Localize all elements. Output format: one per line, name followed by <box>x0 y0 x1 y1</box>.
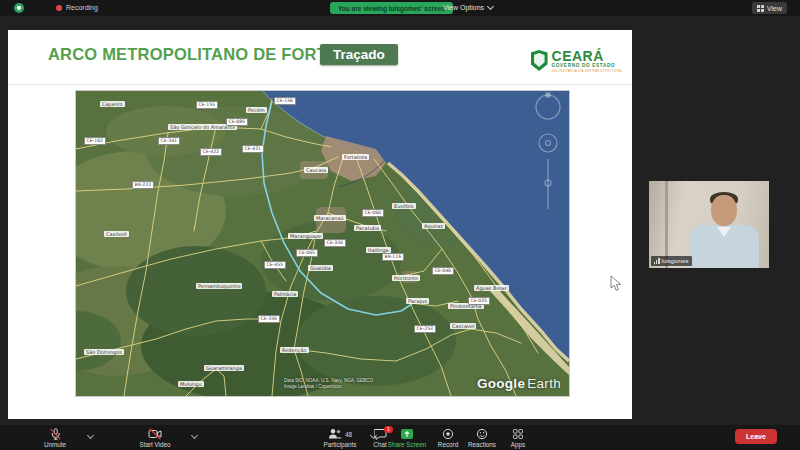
apps-button[interactable]: Apps <box>490 428 546 448</box>
map-attribution-line2: Image Landsat / Copernicus <box>284 384 373 390</box>
logo-title: CEARÁ <box>552 50 622 63</box>
ceara-shield-icon <box>531 50 548 71</box>
map-road-shield: CE-455 <box>264 261 286 269</box>
map-road-shield: CE-156 <box>274 97 296 105</box>
map-road-shield: CE-060 <box>362 209 384 217</box>
view-button-label: View <box>767 5 782 12</box>
unmute-label: Unmute <box>33 441 77 448</box>
background-doorframe <box>665 181 668 268</box>
map-city-label: Guaiúba <box>308 265 333 271</box>
recording-label: Recording <box>66 4 98 11</box>
meeting-top-bar: Recording You are viewing luisgomes' scr… <box>0 0 800 16</box>
map-city-label: Cascavel <box>450 323 476 329</box>
chevron-down-icon <box>487 3 494 10</box>
view-options-label: View Options <box>443 4 484 11</box>
map-road-shield: CE-356 <box>258 315 280 323</box>
map-city-label: Horizonte <box>392 275 420 281</box>
map-road-shield: CE-341 <box>158 137 180 145</box>
map-road-shield: BR-222 <box>132 181 154 189</box>
shared-presentation-slide: ARCO METROPOLITANO DE FORTALEZA Traçado … <box>8 30 632 419</box>
viewing-screen-banner: You are viewing luisgomes' screen <box>330 2 453 14</box>
audio-options-caret[interactable] <box>87 432 94 439</box>
map-city-label: Águas Belas <box>474 285 509 291</box>
view-options-button[interactable]: View Options <box>443 4 493 11</box>
map-road-shield: CE-155 <box>196 101 218 109</box>
map-city-label: Mulungu <box>178 381 204 387</box>
map-city-label: Pacajus <box>406 298 429 304</box>
map-road-shield: CE-025 <box>468 297 490 305</box>
google-earth-watermark-google: Google <box>477 376 525 391</box>
audio-level-icon <box>654 258 660 264</box>
logo-subtitle: GOVERNO DO ESTADO <box>552 63 622 68</box>
map-city-label: Caxitoré <box>104 231 129 237</box>
microphone-muted-icon <box>33 428 77 440</box>
map-road-shield: CE-040 <box>432 267 454 275</box>
map-attribution: Data SIO, NOAA, U.S. Navy, NGA, GEBCO Im… <box>284 378 373 390</box>
participant-name-chip: luisgomes <box>651 256 692 266</box>
map-road-shield: CE-422 <box>200 148 222 156</box>
map-road-shield: CE-085 <box>226 118 248 126</box>
map-terrain-graphic <box>76 91 569 396</box>
map-city-label: Maranguape <box>288 233 323 239</box>
map-city-label: Pernambuquinho <box>196 283 242 289</box>
participant-name: luisgomes <box>662 258 689 264</box>
map-city-label: Maracanaú <box>314 215 346 221</box>
map-city-label: Guaramiranga <box>204 365 244 371</box>
map-city-label: Fortaleza <box>342 154 369 160</box>
map-road-shield: CE-065 <box>296 249 318 257</box>
map-city-label: Eusébio <box>392 203 416 209</box>
apps-label: Apps <box>490 441 546 448</box>
viewing-screen-banner-text: You are viewing luisgomes' screen <box>338 5 445 12</box>
start-video-label: Start Video <box>127 441 183 448</box>
video-options-caret[interactable] <box>191 432 198 439</box>
start-video-button[interactable]: Start Video <box>127 428 183 448</box>
meeting-toolbar: Unmute Start Video 48 Partici <box>0 425 800 450</box>
camera-off-icon <box>127 428 183 440</box>
map-city-label: Aquiraz <box>422 223 445 229</box>
map-road-shield: BR-116 <box>382 253 404 261</box>
map-road-shield: CE-350 <box>324 239 346 247</box>
map-city-label: Pecém <box>246 107 267 113</box>
map-road-shield: CE-253 <box>414 325 436 333</box>
google-earth-watermark: GoogleEarth <box>477 376 561 391</box>
logo-tagline: SECRETARIA DA INFRAESTRUTURA <box>552 69 622 73</box>
header-divider <box>8 84 632 85</box>
encryption-shield-icon[interactable] <box>14 3 24 13</box>
ceara-government-logo: CEARÁ GOVERNO DO ESTADO SECRETARIA DA IN… <box>531 50 622 73</box>
map-city-label: Pacatuba <box>354 225 381 231</box>
unmute-button[interactable]: Unmute <box>33 428 77 448</box>
map-city-label: São Domingos <box>84 349 124 355</box>
participant-face <box>711 195 737 226</box>
map-city-label: Redenção <box>280 347 309 353</box>
participant-video-tile[interactable]: luisgomes <box>649 181 769 268</box>
google-earth-watermark-earth: Earth <box>527 376 561 391</box>
leave-button[interactable]: Leave <box>735 429 777 444</box>
mouse-cursor-icon <box>610 276 622 292</box>
map-city-label: Palmácia <box>272 291 298 297</box>
map-city-label: Caucaia <box>304 167 328 173</box>
map-city-label: Cajueiro <box>100 101 125 107</box>
participant-video-feed <box>649 181 769 268</box>
map-road-shield: CE-421 <box>242 145 264 153</box>
view-grid-icon <box>757 5 764 12</box>
google-earth-map[interactable]: Cajueiro São Gonçalo do Amarante Pecém C… <box>75 90 570 397</box>
view-button[interactable]: View <box>752 2 787 14</box>
recording-dot-icon <box>56 5 62 11</box>
map-road-shield: CE-162 <box>84 137 106 145</box>
slide-badge: Traçado <box>320 44 398 65</box>
apps-grid-icon <box>490 428 546 440</box>
